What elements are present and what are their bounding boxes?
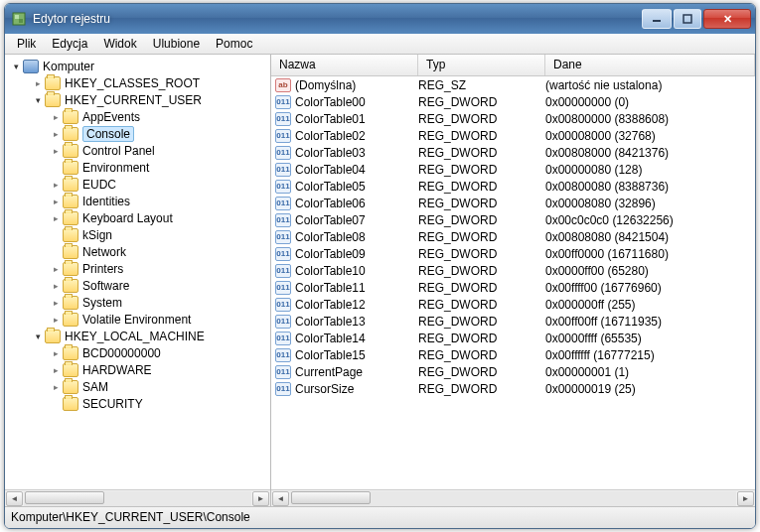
menu-widok[interactable]: Widok: [95, 35, 144, 53]
tree-item-label[interactable]: Volatile Environment: [82, 313, 191, 327]
tree-item-label[interactable]: HKEY_CLASSES_ROOT: [65, 76, 200, 90]
list-row[interactable]: 011 ColorTable04 REG_DWORD 0x00000080 (1…: [271, 161, 755, 178]
tree-item-label[interactable]: kSign: [82, 228, 112, 242]
tree-item-label[interactable]: EUDC: [82, 178, 116, 192]
expander-icon[interactable]: ▸: [49, 382, 63, 392]
expander-icon[interactable]: ▾: [31, 95, 45, 105]
list-row[interactable]: 011 ColorTable03 REG_DWORD 0x00808000 (8…: [271, 144, 755, 161]
expander-icon[interactable]: ▸: [49, 112, 63, 122]
scroll-right-icon[interactable]: ►: [737, 491, 754, 506]
list-row[interactable]: 011 ColorTable05 REG_DWORD 0x00800080 (8…: [271, 178, 755, 195]
tree-item-label[interactable]: HKEY_LOCAL_MACHINE: [65, 330, 205, 343]
tree-item-label[interactable]: HARDWARE: [82, 363, 152, 377]
value-type: REG_DWORD: [418, 213, 545, 227]
tree-item-label[interactable]: Control Panel: [82, 144, 155, 158]
expander-icon[interactable]: ▸: [49, 315, 63, 325]
expander-icon[interactable]: ▸: [49, 180, 63, 190]
list-row[interactable]: 011 ColorTable00 REG_DWORD 0x00000000 (0…: [271, 93, 755, 110]
tree-item-label[interactable]: SECURITY: [82, 397, 143, 411]
scroll-thumb[interactable]: [291, 491, 371, 504]
tree-item-label[interactable]: Printers: [82, 262, 123, 276]
value-list[interactable]: ab (Domyślna) REG_SZ (wartość nie ustalo…: [271, 76, 755, 489]
column-data[interactable]: Dane: [545, 55, 755, 75]
menu-plik[interactable]: Plik: [9, 35, 44, 53]
list-row[interactable]: 011 ColorTable10 REG_DWORD 0x0000ff00 (6…: [271, 262, 755, 279]
tree-item[interactable]: ▾ HKEY_LOCAL_MACHINE: [9, 328, 270, 344]
tree-root-label[interactable]: Komputer: [43, 60, 94, 73]
list-row[interactable]: 011 ColorTable15 REG_DWORD 0x00ffffff (1…: [271, 346, 755, 363]
list-row[interactable]: 011 ColorTable09 REG_DWORD 0x00ff0000 (1…: [271, 245, 755, 262]
list-hscrollbar[interactable]: ◄ ►: [271, 489, 755, 506]
list-row[interactable]: 011 ColorTable13 REG_DWORD 0x00ff00ff (1…: [271, 313, 755, 330]
list-row[interactable]: 011 ColorTable14 REG_DWORD 0x0000ffff (6…: [271, 330, 755, 346]
tree-item[interactable]: ▸ Identities: [9, 193, 270, 209]
tree-item[interactable]: ▸ EUDC: [9, 176, 270, 193]
scroll-left-icon[interactable]: ◄: [6, 491, 23, 506]
list-row[interactable]: 011 CurrentPage REG_DWORD 0x00000001 (1): [271, 363, 755, 380]
list-row[interactable]: 011 ColorTable02 REG_DWORD 0x00008000 (3…: [271, 127, 755, 144]
tree-item-label[interactable]: Environment: [82, 161, 149, 175]
tree-item[interactable]: ▸ Control Panel: [9, 142, 270, 159]
tree-item[interactable]: ▸ AppEvents: [9, 108, 270, 125]
tree-item-label[interactable]: Software: [82, 279, 129, 293]
minimize-button[interactable]: [642, 9, 672, 29]
tree-item-label[interactable]: Keyboard Layout: [82, 211, 173, 225]
list-row[interactable]: ab (Domyślna) REG_SZ (wartość nie ustalo…: [271, 76, 755, 93]
tree-item-label[interactable]: AppEvents: [82, 110, 140, 124]
list-row[interactable]: 011 ColorTable07 REG_DWORD 0x00c0c0c0 (1…: [271, 211, 755, 228]
tree-item[interactable]: ▸ HARDWARE: [9, 361, 270, 378]
tree-item[interactable]: ▸ Volatile Environment: [9, 311, 270, 328]
expander-icon[interactable]: ▸: [49, 146, 63, 156]
tree-item[interactable]: ▸ BCD00000000: [9, 344, 270, 361]
tree-item-label[interactable]: Identities: [82, 195, 130, 208]
list-row[interactable]: 011 ColorTable08 REG_DWORD 0x00808080 (8…: [271, 228, 755, 245]
expander-icon[interactable]: ▸: [49, 298, 63, 308]
tree-item[interactable]: ▾ HKEY_CURRENT_USER: [9, 91, 270, 108]
tree-item[interactable]: ▸ Keyboard Layout: [9, 209, 270, 226]
tree-item[interactable]: ▸ Console: [9, 125, 270, 142]
list-row[interactable]: 011 ColorTable01 REG_DWORD 0x00800000 (8…: [271, 110, 755, 127]
list-row[interactable]: 011 ColorTable06 REG_DWORD 0x00008080 (3…: [271, 195, 755, 211]
maximize-button[interactable]: [674, 9, 701, 29]
list-row[interactable]: 011 ColorTable12 REG_DWORD 0x000000ff (2…: [271, 296, 755, 313]
list-row[interactable]: 011 ColorTable11 REG_DWORD 0x00ffff00 (1…: [271, 279, 755, 296]
expander-icon[interactable]: ▾: [31, 332, 45, 341]
tree-item-label[interactable]: Console: [82, 126, 134, 142]
scroll-thumb[interactable]: [25, 491, 104, 504]
scroll-right-icon[interactable]: ►: [252, 491, 269, 506]
tree-item[interactable]: ▸ Printers: [9, 260, 270, 277]
tree-item-label[interactable]: SAM: [82, 380, 108, 394]
registry-tree[interactable]: ▾ Komputer▸ HKEY_CLASSES_ROOT▾ HKEY_CURR…: [5, 58, 270, 489]
tree-item-label[interactable]: BCD00000000: [82, 346, 161, 360]
close-button[interactable]: ✕: [703, 9, 751, 29]
menu-ulubione[interactable]: Ulubione: [145, 35, 208, 53]
tree-item-label[interactable]: System: [82, 296, 122, 310]
tree-item[interactable]: kSign: [9, 226, 270, 243]
expander-icon[interactable]: ▸: [49, 197, 63, 206]
tree-hscrollbar[interactable]: ◄ ►: [5, 489, 270, 506]
tree-item[interactable]: ▸ HKEY_CLASSES_ROOT: [9, 74, 270, 91]
tree-item-label[interactable]: Network: [82, 245, 126, 259]
titlebar[interactable]: Edytor rejestru ✕: [5, 4, 755, 34]
tree-item[interactable]: ▸ SAM: [9, 378, 270, 395]
expander-icon[interactable]: ▾: [9, 62, 23, 71]
expander-icon[interactable]: ▸: [49, 129, 63, 139]
column-type[interactable]: Typ: [418, 55, 545, 75]
expander-icon[interactable]: ▸: [49, 365, 63, 375]
expander-icon[interactable]: ▸: [49, 213, 63, 223]
expander-icon[interactable]: ▸: [31, 78, 45, 88]
expander-icon[interactable]: ▸: [49, 264, 63, 274]
tree-item[interactable]: Environment: [9, 159, 270, 176]
tree-item[interactable]: SECURITY: [9, 395, 270, 412]
scroll-left-icon[interactable]: ◄: [272, 491, 289, 506]
column-name[interactable]: Nazwa: [271, 55, 418, 75]
tree-item[interactable]: ▸ Software: [9, 277, 270, 294]
list-row[interactable]: 011 CursorSize REG_DWORD 0x00000019 (25): [271, 380, 755, 397]
menu-pomoc[interactable]: Pomoc: [208, 35, 260, 53]
expander-icon[interactable]: ▸: [49, 348, 63, 358]
tree-item[interactable]: Network: [9, 243, 270, 260]
tree-item-label[interactable]: HKEY_CURRENT_USER: [65, 93, 202, 107]
tree-item[interactable]: ▸ System: [9, 294, 270, 311]
menu-edycja[interactable]: Edycja: [44, 35, 95, 53]
expander-icon[interactable]: ▸: [49, 281, 63, 291]
